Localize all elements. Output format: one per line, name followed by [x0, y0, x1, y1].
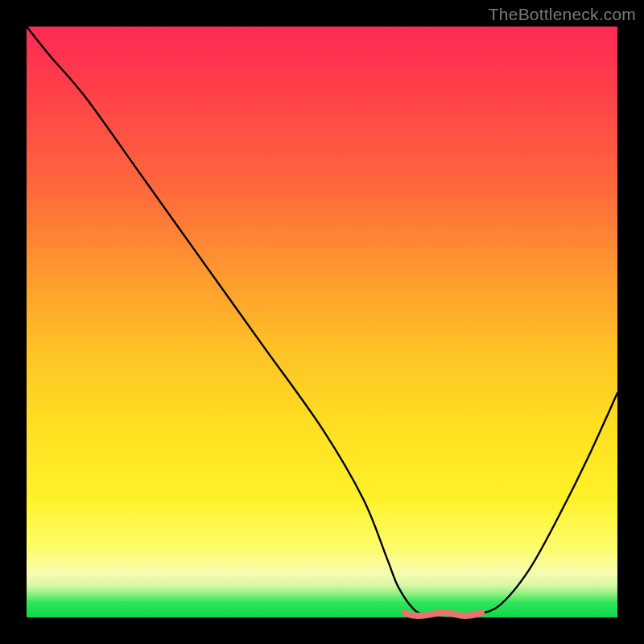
optimal-band-path: [405, 613, 481, 616]
chart-plot-area: [27, 27, 617, 617]
bottleneck-curve-path: [27, 27, 617, 618]
chart-frame: TheBottleneck.com: [0, 0, 644, 644]
watermark-text: TheBottleneck.com: [489, 5, 636, 24]
chart-svg: [27, 27, 617, 617]
